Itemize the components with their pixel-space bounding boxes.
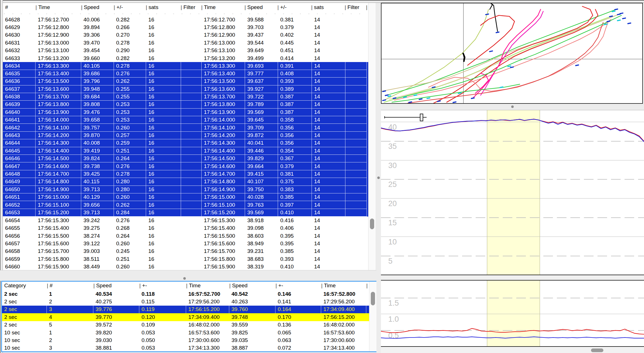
column-header-col[interactable]: # <box>3 3 36 12</box>
scrollbar-thumb[interactable] <box>591 348 603 352</box>
column-header-col[interactable]: |+- <box>139 282 186 290</box>
chart-zoom-slider[interactable] <box>384 114 427 122</box>
table-row[interactable]: 6463717:56:13.60039.9480.2551617:56:13.6… <box>3 85 368 93</box>
table-row[interactable]: 6465017:56:14.90039.7130.2801617:56:14.9… <box>3 186 368 193</box>
header-divider: | <box>244 4 246 10</box>
results-table-body[interactable]: 2 sec140.5340.11816:57:52.70040.5420.146… <box>2 290 369 351</box>
column-header-col[interactable]: |+/- <box>114 3 146 12</box>
table-row[interactable]: 6465617:56:15.50038.2740.2641617:56:15.5… <box>3 232 368 240</box>
trackpoint-table-scrollbar[interactable] <box>368 3 376 270</box>
column-header-speed[interactable]: |Speed <box>244 3 277 12</box>
cell: 64647 <box>3 162 36 170</box>
table-row[interactable]: 6465517:56:15.40039.2750.2681617:56:15.4… <box>3 224 368 232</box>
table-row[interactable]: 6462917:56:12.80039.8940.2661617:56:12.8… <box>3 23 368 31</box>
cell: 17:56:14.200 <box>36 132 81 139</box>
table-row[interactable]: 6463017:56:12.90039.3060.2701617:56:12.9… <box>3 31 368 39</box>
speed-chart[interactable]: 403530252015105 <box>381 110 644 275</box>
cell: 17:56:15.900 <box>36 263 81 270</box>
column-header-speed[interactable]: |Speed <box>81 3 114 12</box>
table-row[interactable]: 6464117:56:14.00039.6580.2531617:56:14.0… <box>3 116 368 124</box>
cell: 0.410 <box>278 209 312 217</box>
column-header-end[interactable]: | <box>366 282 369 290</box>
horizontal-splitter[interactable] <box>0 270 376 281</box>
table-row[interactable]: 6464917:56:14.80040.1150.2801617:56:14.8… <box>3 178 368 186</box>
table-row[interactable]: 6465717:56:15.60039.1220.2601617:56:15.6… <box>3 240 368 247</box>
table-row[interactable]: 6465317:56:15.20039.7130.2841617:56:15.2… <box>3 209 368 217</box>
trackpoint-table-body[interactable]: 6462817:56:12.70040.0060.2821617:56:12.7… <box>3 16 368 270</box>
table-row[interactable]: 6463817:56:13.70039.6840.2551617:56:13.7… <box>3 93 368 101</box>
column-header-time[interactable]: |Time <box>201 3 244 12</box>
table-row[interactable]: 10 sec338.8810.05317:34:13.30038.8870.07… <box>2 344 369 352</box>
column-header-sats[interactable]: |sats <box>311 3 345 12</box>
table-row[interactable]: 6463517:56:13.40039.6860.2761617:56:13.4… <box>3 70 368 78</box>
vertical-splitter[interactable] <box>376 3 381 353</box>
table-row[interactable]: 6464217:56:14.10039.7570.2601617:56:14.1… <box>3 124 368 131</box>
table-row[interactable]: 6464517:56:14.40039.4190.2511617:56:14.4… <box>3 147 368 155</box>
cell: 17:56:15.400 <box>202 224 245 232</box>
header-divider: | <box>139 283 141 289</box>
table-row[interactable]: 2 sec240.2750.11517:29:56.20040.2630.141… <box>2 298 369 305</box>
table-row[interactable]: 6463917:56:13.80039.8080.2531617:56:13.8… <box>3 101 368 108</box>
table-row[interactable]: 6465917:56:15.80038.5110.2511617:56:15.8… <box>3 255 368 263</box>
table-row[interactable]: 2 sec140.5340.11816:57:52.70040.5420.146… <box>2 290 369 298</box>
column-header-col[interactable]: |# <box>47 282 93 290</box>
scrollbar-thumb[interactable] <box>371 292 375 305</box>
column-resize-grips[interactable] <box>4 14 367 14</box>
column-header-filter[interactable]: |Filter <box>181 3 201 12</box>
chart-horizontal-scrollbar[interactable] <box>381 347 644 353</box>
scrollbar-thumb[interactable] <box>370 219 374 229</box>
table-row[interactable]: 10 sec139.8200.05316:57:53.60039.8250.06… <box>2 329 369 336</box>
map-chart-splitter[interactable] <box>381 104 644 110</box>
table-row[interactable]: 6465217:56:15.10039.6560.2621617:56:15.1… <box>3 201 368 209</box>
column-header-speed[interactable]: |Speed <box>229 282 275 290</box>
cell: 0.072 <box>275 344 321 352</box>
table-row[interactable]: 6464017:56:13.90039.4760.2531617:56:13.9… <box>3 109 368 116</box>
trackpoint-table[interactable]: #|Time|Speed|+/-|sats|Filter|Time|Speed|… <box>3 3 376 270</box>
cell: 17:34:13.400 <box>321 344 366 352</box>
table-row[interactable]: 6464817:56:14.70039.4250.2781617:56:14.7… <box>3 170 368 178</box>
cell: 17:56:15.200 <box>186 306 229 313</box>
table-row[interactable]: 6463317:56:13.20039.6600.2821617:56:13.2… <box>3 54 368 62</box>
column-header-time[interactable]: |Time <box>36 3 81 12</box>
cell: 14 <box>312 23 345 31</box>
table-row[interactable]: 6464417:56:14.30040.0080.2591617:56:14.3… <box>3 139 368 147</box>
table-row[interactable]: 6463417:56:13.30040.1050.2781617:56:13.3… <box>3 62 368 70</box>
table-row[interactable]: 6462817:56:12.70040.0060.2821617:56:12.7… <box>3 16 368 23</box>
cell <box>181 178 202 186</box>
table-row[interactable]: 2 sec439.7700.12017:34:09.40039.7480.170… <box>2 313 369 321</box>
column-header-end[interactable]: | <box>366 3 368 12</box>
cell: 39.437 <box>245 31 278 39</box>
column-header-sats[interactable]: |sats <box>146 3 181 12</box>
table-row[interactable]: 6463617:56:13.50039.7960.2621617:56:13.5… <box>3 78 368 85</box>
table-row[interactable]: 6465417:56:15.30039.2420.2761617:56:15.3… <box>3 217 368 224</box>
table-row[interactable]: 6463217:56:13.10039.4540.2901617:56:13.1… <box>3 47 368 54</box>
results-table-scrollbar[interactable] <box>369 282 376 351</box>
table-row[interactable]: 6465117:56:15.00040.1290.2601617:56:15.0… <box>3 193 368 201</box>
error-chart[interactable]: 1.51.00.5 <box>381 280 644 347</box>
table-row[interactable]: 2 sec339.7760.11917:56:15.20039.7600.164… <box>2 306 369 313</box>
column-header-time[interactable]: |Time <box>321 282 366 290</box>
column-header-speed[interactable]: |Speed <box>93 282 139 290</box>
table-row[interactable]: 6464617:56:14.50039.8240.2641617:56:14.5… <box>3 155 368 162</box>
results-table[interactable]: Category|#|Speed|+-|Time|Speed|+-|Time| … <box>1 281 377 352</box>
table-row[interactable]: 6464717:56:14.60039.7380.2761617:56:14.6… <box>3 162 368 170</box>
table-row[interactable]: 6464317:56:14.20039.8700.2571617:56:14.2… <box>3 132 368 139</box>
splitter-handle-icon[interactable] <box>377 177 380 179</box>
slider-handle[interactable] <box>420 114 423 121</box>
table-row[interactable]: 6463117:56:13.00039.4700.2781617:56:13.0… <box>3 39 368 47</box>
column-header-time[interactable]: |Time <box>186 282 229 290</box>
splitter-handle-icon[interactable] <box>183 277 186 280</box>
column-header-filter[interactable]: |Filter <box>345 3 366 12</box>
table-row[interactable]: 10 sec239.0300.05017:30:00.60039.0350.06… <box>2 336 369 344</box>
table-row[interactable]: 6465817:56:15.70039.0030.2451617:56:15.7… <box>3 248 368 255</box>
column-header-col[interactable]: |+- <box>275 282 321 290</box>
column-header-col[interactable]: |+/- <box>277 3 311 12</box>
table-row[interactable]: 2 sec539.5720.10916:48:02.00039.5590.136… <box>2 321 369 329</box>
track-map[interactable] <box>381 3 643 104</box>
cell: 39.419 <box>81 147 114 155</box>
cell: 0.146 <box>275 290 321 298</box>
table-row[interactable]: 6466017:56:15.90038.4490.2601617:56:15.9… <box>3 263 368 270</box>
splitter-handle-icon[interactable] <box>511 105 514 108</box>
column-header-category[interactable]: Category <box>2 282 47 290</box>
cell: 17:56:14.100 <box>202 124 245 131</box>
